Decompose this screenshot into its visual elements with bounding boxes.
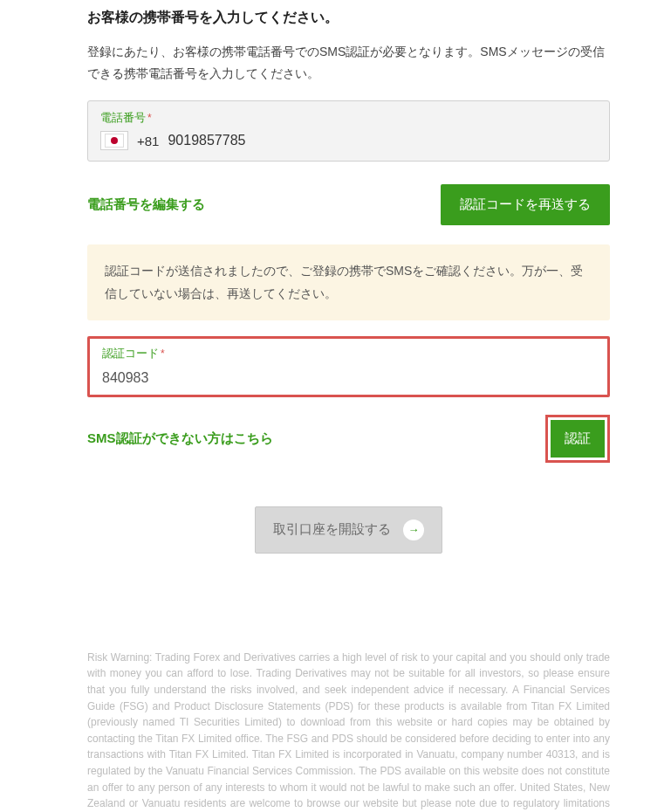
country-code-selector[interactable] (100, 131, 128, 150)
sms-sent-alert: 認証コードが送信されましたので、ご登録の携帯でSMSをご確認ください。万が一、受… (87, 244, 610, 320)
phone-number-value: 9019857785 (168, 133, 245, 148)
resend-code-button[interactable]: 認証コードを再送する (441, 184, 610, 225)
verification-code-input[interactable] (102, 370, 595, 386)
country-code-text: +81 (137, 134, 159, 148)
open-account-button[interactable]: 取引口座を開設する (255, 506, 442, 554)
phone-field-box: 電話番号* +81 9019857785 (87, 100, 610, 162)
open-account-label: 取引口座を開設する (273, 521, 391, 538)
page-title: お客様の携帯番号を入力してください。 (87, 9, 610, 27)
sms-alternative-link[interactable]: SMS認証ができない方はこちら (87, 430, 273, 447)
code-required-mark: * (161, 348, 165, 360)
verify-button[interactable]: 認証 (551, 420, 605, 458)
phone-label: 電話番号 (100, 111, 146, 124)
verify-button-highlight: 認証 (545, 415, 610, 463)
risk-warning-text: Risk Warning: Trading Forex and Derivati… (87, 650, 610, 812)
page-description: 登録にあたり、お客様の携帯電話番号でのSMS認証が必要となります。SMSメッセー… (87, 41, 610, 85)
japan-flag-icon (105, 134, 124, 148)
edit-phone-link[interactable]: 電話番号を編集する (87, 196, 205, 213)
verification-code-box: 認証コード* (87, 336, 610, 397)
arrow-right-icon (403, 520, 424, 540)
phone-required-mark: * (147, 112, 152, 124)
code-label: 認証コード (102, 347, 159, 360)
